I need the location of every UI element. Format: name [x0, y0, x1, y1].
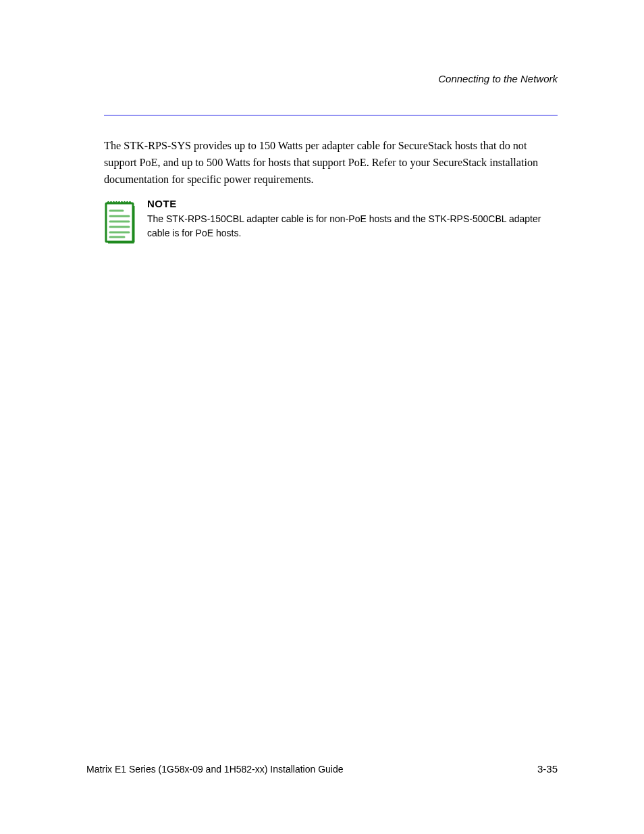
note-text: NOTE The STK-RPS-150CBL adapter cable is…: [147, 198, 558, 240]
notepad-icon: [104, 199, 135, 244]
body: The STK-RPS-SYS provides up to 150 Watts…: [104, 138, 558, 246]
footer-page-number: 3-35: [537, 763, 558, 775]
note-block: NOTE The STK-RPS-150CBL adapter cable is…: [104, 198, 558, 246]
header-rule: [104, 115, 558, 115]
note-body: The STK-RPS-150CBL adapter cable is for …: [147, 212, 558, 240]
running-header: Connecting to the Network: [438, 73, 558, 84]
page: Connecting to the Network The STK-RPS-SY…: [0, 0, 644, 834]
note-icon-wrap: [104, 198, 135, 246]
footer-doc-title: Matrix E1 Series (1G58x-09 and 1H582-xx)…: [86, 764, 344, 775]
paragraph-power-description: The STK-RPS-SYS provides up to 150 Watts…: [104, 138, 558, 188]
note-label: NOTE: [147, 198, 558, 209]
